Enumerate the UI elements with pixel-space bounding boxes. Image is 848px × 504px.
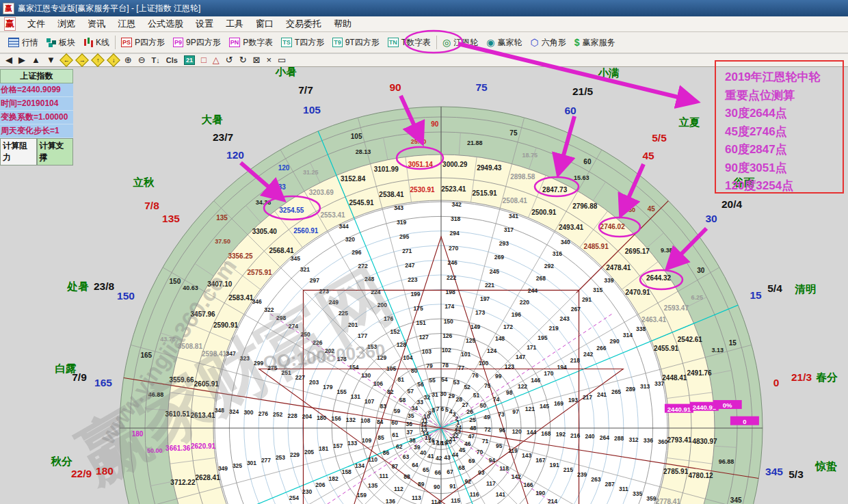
- T9-icon: T9: [332, 38, 343, 47]
- svg-text:6.25: 6.25: [691, 294, 703, 301]
- diamond-left-icon[interactable]: ←: [59, 53, 73, 67]
- toolbar-button-P数字表[interactable]: PNP数字表: [225, 34, 278, 51]
- svg-text:168: 168: [541, 430, 551, 437]
- screen-icon[interactable]: ▭: [278, 55, 286, 65]
- menu-item-8[interactable]: 交易委托: [280, 16, 328, 31]
- menu-item-3[interactable]: 江恩: [111, 16, 142, 31]
- svg-text:清明: 清明: [795, 283, 817, 295]
- toolbar-button-9T四方形[interactable]: T99T四方形: [328, 34, 384, 51]
- svg-text:143: 143: [522, 452, 531, 459]
- toolbar-button-赢家服务[interactable]: $赢家服务: [570, 34, 620, 51]
- svg-text:148: 148: [495, 335, 505, 342]
- svg-text:61: 61: [392, 432, 399, 438]
- toolbar-button-P四方形[interactable]: PSP四方形: [117, 34, 169, 51]
- close-lines-icon[interactable]: Cls: [166, 56, 178, 64]
- info-row-3: 周天变化步长=1: [0, 124, 73, 138]
- zoom-in-icon[interactable]: ⊕: [124, 55, 132, 65]
- calc-resistance-button[interactable]: 计算阻力: [0, 138, 37, 165]
- svg-text:92: 92: [465, 478, 472, 485]
- svg-text:192: 192: [556, 431, 566, 438]
- svg-text:71: 71: [482, 438, 489, 445]
- svg-text:119: 119: [508, 447, 518, 454]
- menu-item-1[interactable]: 浏览: [51, 16, 81, 31]
- diamond-up-icon[interactable]: ↑: [91, 53, 105, 67]
- svg-text:155: 155: [336, 388, 346, 395]
- zoom-out-icon[interactable]: ⊖: [138, 55, 146, 65]
- svg-text:30: 30: [440, 390, 447, 397]
- svg-text:120: 120: [226, 149, 244, 161]
- menu-item-2[interactable]: 资讯: [81, 16, 111, 31]
- svg-text:20/4: 20/4: [721, 198, 743, 210]
- svg-text:244: 244: [528, 287, 538, 294]
- menu-item-0[interactable]: 文件: [21, 16, 51, 31]
- main-toolbar: 行情板块K线PSP四方形P99P四方形PNP数字表TST四方形T99T四方形TN…: [0, 32, 848, 53]
- nav-up-icon[interactable]: ▲: [31, 55, 40, 65]
- annotation-box: 2019年江恩轮中轮重要点位测算30度2644点45度2746点60度2847点…: [715, 60, 844, 194]
- triangle-tool-icon[interactable]: △: [213, 55, 220, 65]
- toolbar-button-六角形[interactable]: ⬡六角形: [526, 34, 570, 51]
- calendar-icon[interactable]: 21: [184, 55, 195, 65]
- svg-text:大暑: 大暑: [202, 114, 224, 125]
- diamond-right-icon[interactable]: →: [75, 53, 89, 67]
- toolbar-label: T数字表: [401, 37, 431, 49]
- toolbar-label: K线: [96, 37, 109, 49]
- toolbar-button-板块[interactable]: 板块: [42, 34, 79, 51]
- svg-text:270: 270: [449, 245, 458, 252]
- svg-text:222: 222: [447, 274, 456, 281]
- svg-text:2593.47: 2593.47: [664, 304, 689, 312]
- svg-text:338: 338: [636, 326, 646, 332]
- toolbar-button-K线[interactable]: K线: [79, 34, 114, 51]
- svg-text:3305.40: 3305.40: [252, 228, 278, 235]
- svg-text:5/5: 5/5: [652, 132, 667, 144]
- annotation-line-1: 重要点位测算: [725, 87, 843, 105]
- measure-icon[interactable]: T↓: [152, 56, 160, 64]
- menu-item-6[interactable]: 工具: [220, 16, 250, 31]
- delete-shape-icon[interactable]: ⊠: [253, 55, 261, 65]
- menu-item-9[interactable]: 帮助: [328, 16, 358, 31]
- svg-text:惊蛰: 惊蛰: [814, 460, 838, 473]
- annotation-line-3: 45度2746点: [725, 123, 843, 142]
- index-name: 上证指数: [0, 69, 73, 83]
- toolbar-button-9P四方形[interactable]: P99P四方形: [169, 34, 225, 51]
- svg-text:199: 199: [410, 291, 420, 297]
- svg-text:33: 33: [417, 399, 424, 406]
- svg-text:345: 345: [291, 255, 300, 262]
- nav-prev-icon[interactable]: ◀: [5, 55, 12, 65]
- svg-text:296: 296: [352, 249, 361, 256]
- toolbar-button-行情[interactable]: 行情: [4, 34, 42, 51]
- toolbar-label: P数字表: [243, 37, 273, 49]
- svg-text:27: 27: [462, 401, 469, 408]
- menu-item-5[interactable]: 设置: [189, 16, 220, 31]
- svg-text:245: 245: [490, 268, 499, 275]
- svg-text:144: 144: [527, 429, 536, 436]
- rotate-ccw-icon[interactable]: ↺: [226, 55, 233, 65]
- svg-text:321: 321: [300, 266, 310, 273]
- svg-text:82: 82: [387, 388, 394, 395]
- rotate-cw-icon[interactable]: ↻: [239, 55, 247, 65]
- nav-down-icon[interactable]: ▼: [47, 55, 55, 65]
- square-tool-icon[interactable]: □: [201, 55, 207, 65]
- menu-item-7[interactable]: 窗口: [250, 16, 280, 31]
- toolbar-button-江恩轮[interactable]: ◎江恩轮: [438, 34, 482, 51]
- svg-text:294: 294: [450, 230, 460, 237]
- svg-text:219: 219: [548, 325, 558, 332]
- svg-text:124: 124: [487, 347, 496, 354]
- nav-next-icon[interactable]: ▶: [18, 55, 25, 65]
- toolbar-button-赢家轮[interactable]: ◉赢家轮: [482, 34, 526, 51]
- svg-text:70: 70: [477, 449, 483, 455]
- svg-text:12.50: 12.50: [620, 207, 636, 213]
- toolbar-label: 行情: [22, 37, 38, 49]
- svg-text:120: 120: [278, 164, 290, 172]
- menu-item-4[interactable]: 公式选股: [142, 16, 189, 31]
- toolbar-button-T四方形[interactable]: TST四方形: [277, 34, 328, 51]
- svg-text:2530.91: 2530.91: [410, 186, 436, 194]
- svg-text:2949.43: 2949.43: [477, 164, 502, 172]
- diamond-down-icon[interactable]: ↓: [107, 53, 120, 67]
- calc-support-button[interactable]: 计算支撑: [37, 138, 74, 165]
- svg-text:90: 90: [434, 483, 440, 490]
- toolbar-button-T数字表[interactable]: TNT数字表: [384, 34, 435, 51]
- TN-icon: TN: [388, 38, 399, 47]
- svg-text:22/9: 22/9: [71, 468, 92, 479]
- clear-icon[interactable]: ×: [267, 55, 272, 65]
- svg-text:6: 6: [440, 406, 444, 412]
